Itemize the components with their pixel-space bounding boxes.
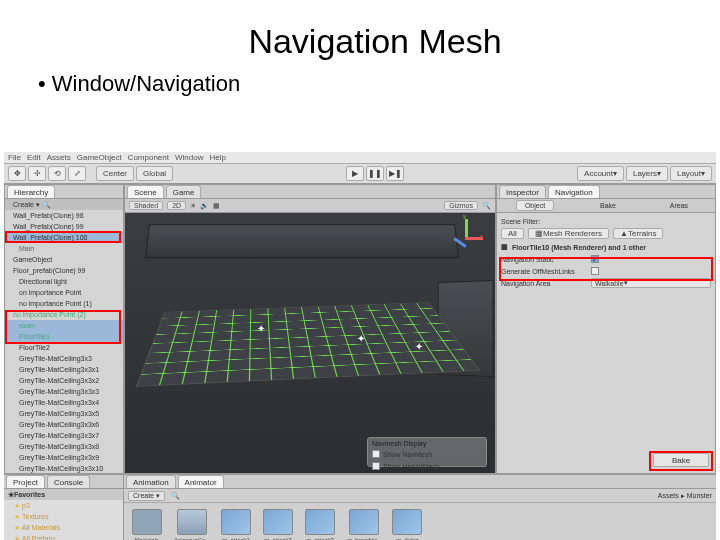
- nav-subtab-bake[interactable]: Bake: [592, 200, 624, 211]
- hierarchy-item[interactable]: Floor_prefab(Clone) 99: [5, 265, 123, 276]
- nav-subtab-areas[interactable]: Areas: [662, 200, 696, 211]
- navigation-panel: Inspector Navigation Object Bake Areas S…: [496, 184, 716, 474]
- asset-item[interactable]: AnimatorCo..: [174, 509, 209, 540]
- menu-file[interactable]: File: [8, 153, 21, 162]
- hierarchy-item[interactable]: GreyTile-MatCeiling3x3x6: [5, 419, 123, 430]
- tab-hierarchy[interactable]: Hierarchy: [7, 185, 55, 198]
- show-navmesh-checkbox[interactable]: [372, 450, 380, 458]
- highlight-box: [499, 257, 713, 281]
- menu-component[interactable]: Component: [128, 153, 169, 162]
- filter-terrain-button[interactable]: ▲ Terrains: [613, 228, 663, 239]
- hierarchy-item[interactable]: Directional light: [5, 276, 123, 287]
- menu-help[interactable]: Help: [209, 153, 225, 162]
- hierarchy-item[interactable]: GreyTile-MatCeiling3x3: [5, 353, 123, 364]
- highlight-box: [5, 310, 121, 344]
- tab-navigation[interactable]: Navigation: [548, 185, 600, 198]
- hierarchy-item[interactable]: GreyTile-MatCeiling3x3x8: [5, 441, 123, 452]
- filter-all-button[interactable]: All: [501, 228, 524, 239]
- slide-bullet: • Window/Navigation: [38, 71, 720, 97]
- navmesh-display: Navmesh Display Show NavMesh Show Height…: [367, 437, 487, 467]
- tab-console[interactable]: Console: [47, 475, 90, 488]
- light-gizmo-icon: ✦: [257, 323, 269, 335]
- highlight-box: [5, 231, 121, 243]
- breadcrumb[interactable]: Assets ▸ Monster: [658, 492, 712, 500]
- space-toggle[interactable]: Global: [136, 166, 173, 181]
- tab-scene[interactable]: Scene: [127, 185, 164, 198]
- asset-folder[interactable]: Materials: [132, 509, 162, 540]
- layout-dropdown[interactable]: Layout ▾: [670, 166, 712, 181]
- hierarchy-item[interactable]: GreyTile-MatCeiling3x3x10: [5, 463, 123, 473]
- hierarchy-item[interactable]: GreyTile-MatCeiling3x3x7: [5, 430, 123, 441]
- hierarchy-item[interactable]: GreyTile-MatCeiling3x3x2: [5, 375, 123, 386]
- toolbar: ✥ ✢ ⟲ ⤢ Center Global ▶ ❚❚ ▶❚ Account ▾ …: [4, 164, 716, 184]
- selection-name: ▦ FloorTile10 (Mesh Renderer) and 1 othe…: [497, 241, 715, 253]
- menu-window[interactable]: Window: [175, 153, 203, 162]
- tab-animator[interactable]: Animator: [178, 475, 224, 488]
- hierarchy-item[interactable]: GreyTile-MatCeiling3x3x3: [5, 386, 123, 397]
- scene-panel: Scene Game Shaded 2D ☀ 🔊 ▦ Gizmos 🔍 ✦ ✦ …: [124, 184, 496, 474]
- hierarchy-item[interactable]: on importance Point: [5, 287, 123, 298]
- hierarchy-item[interactable]: GameObject: [5, 254, 123, 265]
- audio-icon[interactable]: 🔊: [200, 202, 209, 210]
- favorite-item[interactable]: All Prefabs: [4, 533, 123, 540]
- 2d-toggle[interactable]: 2D: [167, 201, 186, 210]
- asset-item[interactable]: m_attack3: [305, 509, 335, 540]
- tab-animation[interactable]: Animation: [126, 475, 176, 488]
- favorites-header: ★ Favorites: [4, 489, 123, 500]
- favorite-item[interactable]: All Materials: [4, 522, 123, 533]
- project-panel: Project Console ★ Favorites p3 Textures …: [4, 475, 124, 540]
- hierarchy-panel: Hierarchy Create ▾ 🔍 Wall_Prefab(Clone) …: [4, 184, 124, 474]
- account-dropdown[interactable]: Account ▾: [577, 166, 624, 181]
- create-dropdown[interactable]: Create ▾: [128, 491, 165, 501]
- asset-item[interactable]: m_breathin..: [347, 509, 380, 540]
- orientation-gizmo[interactable]: x y: [447, 219, 487, 259]
- hierarchy-item[interactable]: GreyTile-MatCeiling3x3x5: [5, 408, 123, 419]
- move-tool-button[interactable]: ✢: [28, 166, 46, 181]
- menu-gameobject[interactable]: GameObject: [77, 153, 122, 162]
- favorite-item[interactable]: Textures: [4, 511, 123, 522]
- tab-game[interactable]: Game: [166, 185, 202, 198]
- hierarchy-item[interactable]: GreyTile-MatCeiling3x3x1: [5, 364, 123, 375]
- hierarchy-item[interactable]: Wall_Prefab(Clone) 98: [5, 210, 123, 221]
- fx-icon[interactable]: ▦: [213, 202, 220, 210]
- hierarchy-item[interactable]: GreyTile-MatCeiling3x3x4: [5, 397, 123, 408]
- play-button[interactable]: ▶: [346, 166, 364, 181]
- menu-bar: File Edit Assets GameObject Component Wi…: [4, 152, 716, 164]
- scale-tool-button[interactable]: ⤢: [68, 166, 86, 181]
- show-heightmesh-checkbox[interactable]: [372, 462, 380, 470]
- pause-button[interactable]: ❚❚: [366, 166, 384, 181]
- gizmos-dropdown[interactable]: Gizmos: [444, 201, 478, 210]
- filter-mesh-button[interactable]: ▦ Mesh Renderers: [528, 228, 609, 239]
- tab-project[interactable]: Project: [6, 475, 45, 488]
- hierarchy-search[interactable]: Create ▾ 🔍: [5, 199, 123, 210]
- menu-assets[interactable]: Assets: [47, 153, 71, 162]
- assets-panel: Animation Animator Create ▾ 🔍 Assets ▸ M…: [124, 475, 716, 540]
- tab-inspector[interactable]: Inspector: [499, 185, 546, 198]
- hierarchy-item[interactable]: Main: [5, 243, 123, 254]
- scene-toolbar: Shaded 2D ☀ 🔊 ▦ Gizmos 🔍: [125, 199, 495, 213]
- nav-subtab-object[interactable]: Object: [516, 200, 554, 211]
- hierarchy-item[interactable]: GreyTile-MatCeiling3x3x9: [5, 452, 123, 463]
- hierarchy-item[interactable]: no importance Point (1): [5, 298, 123, 309]
- asset-item[interactable]: m_attack2: [263, 509, 293, 540]
- light-gizmo-icon: ✦: [415, 341, 427, 353]
- highlight-box: [649, 451, 713, 471]
- unity-editor: File Edit Assets GameObject Component Wi…: [4, 152, 716, 540]
- favorite-item[interactable]: p3: [4, 500, 123, 511]
- shading-dropdown[interactable]: Shaded: [129, 201, 163, 210]
- light-gizmo-icon: ✦: [357, 333, 369, 345]
- step-button[interactable]: ▶❚: [386, 166, 404, 181]
- layers-dropdown[interactable]: Layers ▾: [626, 166, 668, 181]
- asset-item[interactable]: m_dying: [392, 509, 422, 540]
- menu-edit[interactable]: Edit: [27, 153, 41, 162]
- asset-item[interactable]: m_attack1: [221, 509, 251, 540]
- slide-title: Navigation Mesh: [30, 22, 720, 61]
- hand-tool-button[interactable]: ✥: [8, 166, 26, 181]
- pivot-toggle[interactable]: Center: [96, 166, 134, 181]
- scene-viewport[interactable]: ✦ ✦ ✦ x y Navmesh Display Show NavMesh S…: [125, 213, 495, 473]
- light-icon[interactable]: ☀: [190, 202, 196, 210]
- rotate-tool-button[interactable]: ⟲: [48, 166, 66, 181]
